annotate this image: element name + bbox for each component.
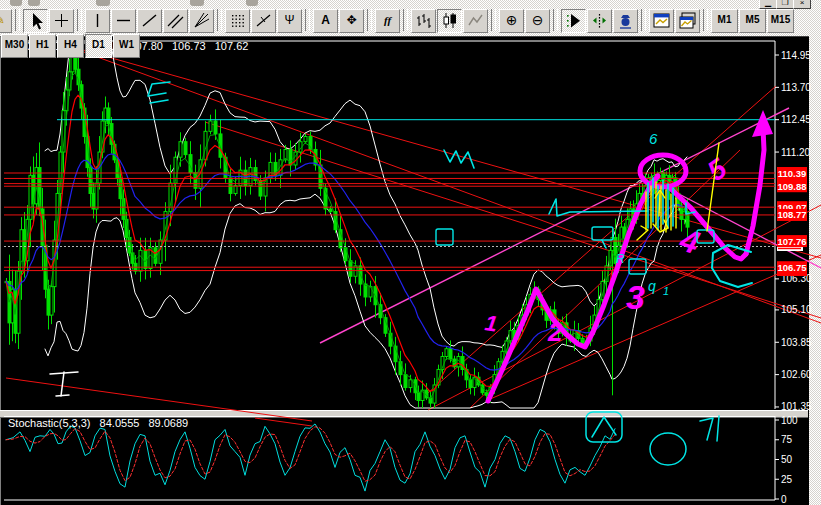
tool-new-chart-button[interactable] <box>649 9 674 33</box>
zoom-out-icon: ⊖ <box>532 12 544 28</box>
tool-cursor-button[interactable] <box>23 9 48 33</box>
top-strip: ▁❐× <box>0 0 821 8</box>
pitchfork-icon: Ψ <box>284 13 294 27</box>
timeframe-m30-button[interactable]: M30 <box>1 34 28 58</box>
tool-trendline-button[interactable] <box>137 9 162 33</box>
shift-end-icon <box>564 11 583 30</box>
tool-shift-end-button[interactable] <box>561 9 586 33</box>
cursor-icon <box>26 11 45 30</box>
tool-crosshair-button[interactable] <box>49 9 74 33</box>
toolbar-separator <box>217 9 222 31</box>
metatrader-screen: ▁❐× ✎ΨA✥ff⊕⊖M1M5M15M30H1H4D1W1 114.95113… <box>0 0 821 505</box>
timeframe-h1-button[interactable]: H1 <box>29 34 56 58</box>
tool-line-chart-button[interactable] <box>463 9 488 33</box>
tool-fibo-fan-button[interactable] <box>189 9 214 33</box>
toolbar-separator <box>491 9 496 31</box>
tool-candles-button[interactable] <box>437 9 462 33</box>
text-icon: A <box>321 13 330 27</box>
tool-bars-button[interactable] <box>411 9 436 33</box>
stoch-d-value: 89.0689 <box>148 417 188 429</box>
cut-icon-stub <box>10 0 22 6</box>
gann-line-icon <box>254 11 273 30</box>
tool-vertical-line-button[interactable] <box>85 9 110 33</box>
arrows-icon: ✥ <box>346 13 356 27</box>
tool-horizontal-line-button[interactable] <box>111 9 136 33</box>
timeframe-m1-button[interactable]: M1 <box>711 9 738 33</box>
vertical-line-icon <box>88 11 107 30</box>
timeframe-m5-button[interactable]: M5 <box>739 9 766 33</box>
tool-auto-scroll-button[interactable] <box>587 9 612 33</box>
toolbar-separator <box>553 9 558 31</box>
tool-pitchfork-button[interactable]: Ψ <box>277 9 302 33</box>
expert-icon <box>616 11 635 30</box>
auto-scroll-icon <box>590 11 609 30</box>
chart-window[interactable] <box>0 36 809 505</box>
toolbar-separator <box>703 9 708 31</box>
tool-text-button[interactable]: A <box>313 9 338 33</box>
toolbar-separator <box>367 9 372 31</box>
tool-fonts-button[interactable]: ff <box>375 9 400 33</box>
new-chart-icon <box>652 11 671 30</box>
tool-arrows-button[interactable]: ✥ <box>339 9 364 33</box>
toolbar-separator <box>641 9 646 31</box>
fibo-fan-icon <box>192 11 211 30</box>
tool-channel-button[interactable] <box>163 9 188 33</box>
fibo-grid-icon <box>228 11 247 30</box>
close-value: 107.62 <box>215 40 249 52</box>
trendline-icon <box>140 11 159 30</box>
indicator-label: Stochastic(5,3,3) <box>8 417 91 429</box>
timeframe-d1-button[interactable]: D1 <box>85 34 112 58</box>
cut-icon-stub <box>96 0 110 6</box>
crosshair-icon <box>52 11 71 30</box>
cut-icon-stub <box>28 0 40 6</box>
toolbar: ✎ΨA✥ff⊕⊖M1M5M15M30H1H4D1W1 <box>0 8 821 35</box>
tool-fibo-grid-button[interactable] <box>225 9 250 33</box>
candles-icon <box>440 11 459 30</box>
toolbar-separator <box>305 9 310 31</box>
pencil-icon: ✎ <box>0 12 5 27</box>
channel-icon <box>166 11 185 30</box>
timeframe-h4-button[interactable]: H4 <box>57 34 84 58</box>
line-chart-icon <box>466 11 485 30</box>
chart-window-icon <box>678 11 697 30</box>
cut-icon-stub <box>190 0 204 6</box>
tool-expert-button[interactable] <box>613 9 638 33</box>
timeframe-m15-button[interactable]: M15 <box>767 9 794 33</box>
tool-gann-line-button[interactable] <box>251 9 276 33</box>
toolbar-separator <box>403 9 408 31</box>
tool-pencil-button[interactable]: ✎ <box>0 9 12 33</box>
toolbar-separator <box>77 9 82 31</box>
horizontal-line-icon <box>114 11 133 30</box>
cut-icon-stub <box>246 0 258 6</box>
tool-chart-window-button[interactable] <box>675 9 700 33</box>
timeframe-w1-button[interactable]: W1 <box>113 34 140 58</box>
indicator-title: Stochastic(5,3,3) 84.0555 89.0689 <box>8 417 194 429</box>
zoom-in-icon: ⊕ <box>506 12 518 28</box>
toolbar-separator <box>15 9 20 31</box>
tool-zoom-in-button[interactable]: ⊕ <box>499 9 524 33</box>
bars-icon <box>414 11 433 30</box>
low-value: 106.73 <box>172 40 206 52</box>
stoch-k-value: 84.0555 <box>100 417 140 429</box>
tool-zoom-out-button[interactable]: ⊖ <box>525 9 550 33</box>
fonts-icon: ff <box>384 14 391 26</box>
